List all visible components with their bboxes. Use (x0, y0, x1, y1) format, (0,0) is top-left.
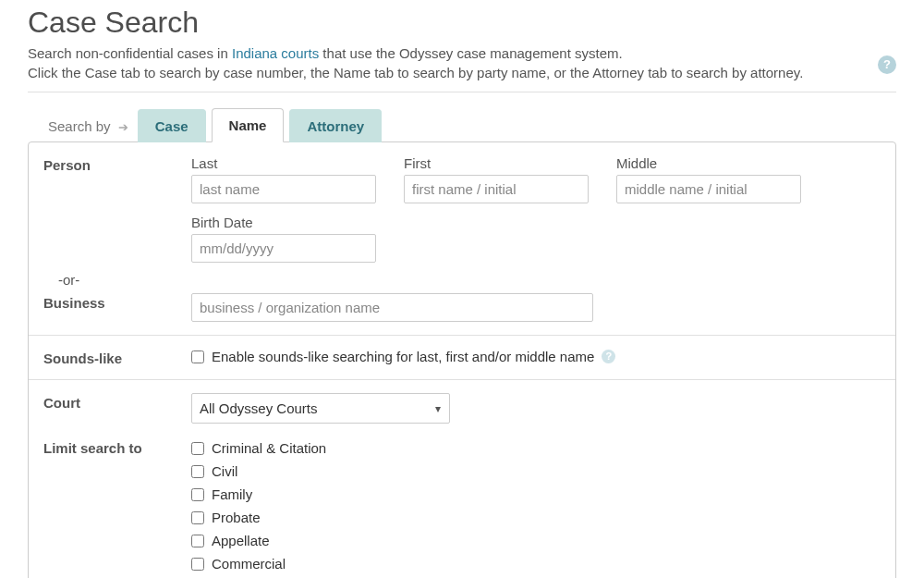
soundslike-checkbox[interactable] (191, 350, 204, 363)
court-label: Court (43, 393, 191, 411)
limit-family-checkbox[interactable] (191, 488, 204, 501)
soundslike-section: Sounds-like Enable sounds-like searching… (29, 336, 895, 380)
limit-option: Commercial (212, 556, 286, 572)
search-panel: Person Last First Middle (28, 141, 896, 578)
soundslike-text: Enable sounds-like searching for last, f… (212, 349, 594, 364)
last-name-input[interactable] (191, 175, 376, 203)
middle-name-input[interactable] (616, 175, 801, 203)
limit-option: Family (212, 486, 252, 502)
intro-text: Search non-confidential cases in Indiana… (28, 43, 896, 82)
business-label: Business (43, 293, 191, 311)
first-name-input[interactable] (404, 175, 589, 203)
or-text: -or- (43, 272, 881, 288)
intro-after-link: that use the Odyssey case management sys… (319, 45, 623, 61)
limit-option: Appellate (212, 533, 270, 548)
tabs: Search by ➔ Case Name Attorney (28, 107, 896, 141)
tab-case[interactable]: Case (138, 109, 206, 142)
limit-option: Civil (212, 463, 237, 479)
indiana-courts-link[interactable]: Indiana courts (232, 45, 319, 61)
limit-label: Limit search to (43, 438, 191, 456)
limit-commercial-checkbox[interactable] (191, 558, 204, 571)
first-label: First (404, 155, 589, 171)
search-by-label: Search by ➔ (44, 111, 132, 141)
last-label: Last (191, 155, 376, 171)
birthdate-label: Birth Date (191, 215, 376, 230)
birthdate-input[interactable] (191, 234, 376, 263)
person-label: Person (43, 155, 191, 173)
middle-label: Middle (616, 155, 801, 171)
soundslike-help-icon[interactable]: ? (602, 350, 615, 363)
intro-before-link: Search non-confidential cases in (28, 45, 232, 61)
soundslike-label: Sounds-like (43, 349, 191, 366)
intro-line2: Click the Case tab to search by case num… (28, 65, 803, 80)
limit-list: Criminal & Citation Civil Family Probate… (191, 440, 326, 572)
help-icon[interactable]: ? (878, 55, 896, 74)
court-select[interactable]: All Odyssey Courts (191, 393, 450, 424)
divider (28, 92, 896, 92)
business-input[interactable] (191, 293, 593, 322)
person-section: Person Last First Middle (29, 142, 895, 336)
court-section: Court All Odyssey Courts ▾ Limit search … (29, 380, 895, 577)
tab-name[interactable]: Name (212, 108, 285, 142)
page-title: Case Search (28, 6, 896, 40)
limit-appellate-checkbox[interactable] (191, 535, 204, 547)
limit-option: Probate (212, 510, 261, 525)
tab-attorney[interactable]: Attorney (289, 109, 382, 142)
arrow-right-icon: ➔ (118, 120, 128, 134)
limit-civil-checkbox[interactable] (191, 465, 204, 478)
limit-option: Criminal & Citation (212, 440, 326, 456)
limit-criminal-checkbox[interactable] (191, 442, 204, 455)
limit-probate-checkbox[interactable] (191, 511, 204, 524)
